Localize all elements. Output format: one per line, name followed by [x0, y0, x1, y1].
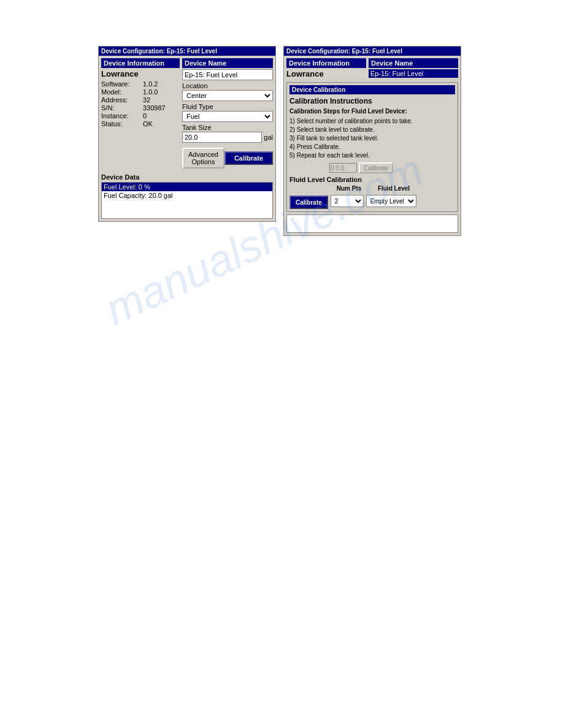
col-num-pts: Num Pts [331, 185, 367, 192]
calibrate-button[interactable]: Calibrate [224, 151, 273, 165]
tank-size-label: Tank Size [182, 124, 273, 131]
left-device-config-window: Device Configuration: Ep-15: Fuel Level … [98, 46, 276, 222]
calib-steps-title: Calibration Steps for Fluid Level Device… [289, 107, 455, 116]
device-name-input[interactable] [182, 69, 273, 80]
address-label: Address: [101, 96, 143, 104]
calib-step-5: 5) Repeat for each tank level. [289, 151, 455, 160]
software-value: 1.0.2 [143, 80, 158, 88]
calib-small-btn-top: Calibrate [359, 162, 393, 173]
calib-dialog-title: Device Calibration [289, 85, 455, 94]
calib-instructions-title: Calibration Instructions [289, 97, 455, 105]
right-device-name-value: Ep-15: Fuel Level [369, 69, 458, 78]
right-device-info-header: Device Information [286, 58, 366, 68]
data-row-fuel-capacity[interactable]: Fuel Capacity: 20.0 gal [102, 191, 272, 200]
sensor-input-top [329, 163, 357, 173]
col-fluid-level: Fluid Level [369, 185, 418, 192]
model-label: Model: [101, 88, 143, 96]
model-value: 1.0.0 [143, 88, 158, 96]
num-pts-select[interactable]: 2 3 4 [331, 195, 364, 207]
calib-step-3: 3) Fill tank to selected tank level. [289, 134, 455, 143]
status-label: Status: [101, 120, 143, 127]
status-value: OK [143, 120, 153, 127]
calib-main-button[interactable]: Calibrate [289, 195, 328, 209]
device-data-list: Fuel Level: 0 % Fuel Capacity: 20.0 gal [101, 182, 273, 219]
sn-label: S/N: [101, 104, 143, 112]
location-select[interactable]: Center [182, 90, 273, 101]
data-row-fuel-level[interactable]: Fuel Level: 0 % [102, 183, 272, 191]
company-name: Lowrance [101, 69, 180, 78]
advanced-options-button[interactable]: Advanced Options [182, 148, 224, 169]
device-info-header: Device Information [101, 58, 180, 68]
calib-step-2: 2) Select tank level to calibrate. [289, 126, 455, 134]
location-label: Location [182, 82, 273, 89]
device-name-header: Device Name [182, 58, 273, 68]
device-data-header: Device Data [101, 173, 273, 181]
fluid-level-select[interactable]: Empty Level Full Level [366, 195, 416, 207]
tank-size-unit: gal [264, 134, 273, 141]
fluid-level-calib-title: Fluid Level Calibration [289, 176, 455, 183]
right-company-name: Lowrance [286, 69, 366, 78]
instance-label: Instance: [101, 112, 143, 119]
left-window-title: Device Configuration: Ep-15: Fuel Level [99, 47, 275, 56]
bottom-display-area [286, 214, 458, 233]
fluid-type-select[interactable]: Fuel [182, 111, 273, 122]
right-device-name-header: Device Name [369, 58, 458, 68]
tank-size-input[interactable] [182, 132, 262, 143]
right-device-config-window: Device Configuration: Ep-15: Fuel Level … [283, 46, 461, 236]
right-window-title: Device Configuration: Ep-15: Fuel Level [284, 47, 461, 56]
software-label: Software: [101, 80, 143, 88]
address-value: 32 [143, 96, 150, 104]
device-calibration-dialog: Device Calibration Calibration Instructi… [286, 82, 458, 212]
calib-step-4: 4) Press Calibrate. [289, 143, 455, 151]
calib-step-1: 1) Select number of calibration points t… [289, 117, 455, 126]
sn-value: 330987 [143, 104, 166, 112]
instance-value: 0 [143, 112, 147, 119]
fluid-type-label: Fluid Type [182, 103, 273, 110]
